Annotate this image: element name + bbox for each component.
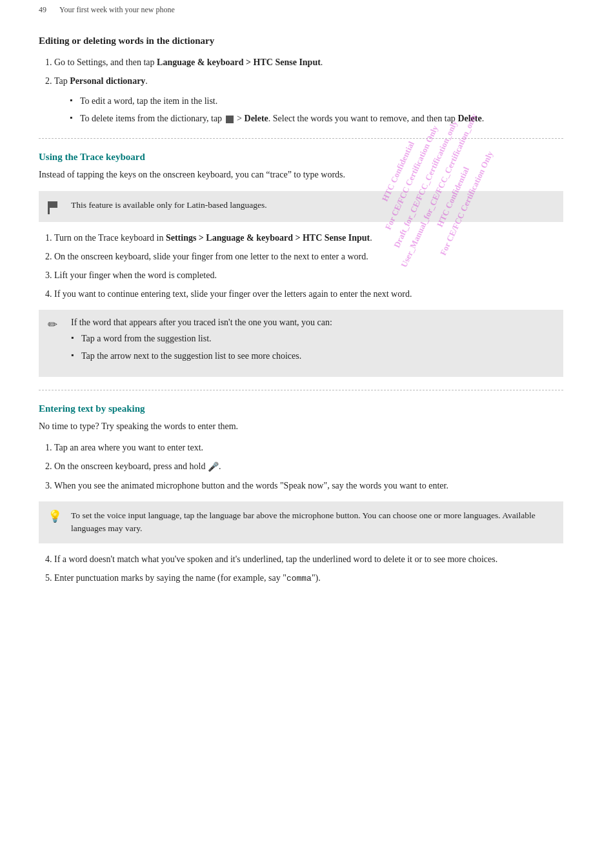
divider-2	[39, 390, 563, 390]
microphone-icon: 🎤	[208, 460, 219, 474]
comma-code: comma	[286, 574, 312, 583]
pencil-icon: ✏	[48, 318, 57, 332]
speaking-steps-continued: If a word doesn't match what you've spok…	[54, 552, 563, 585]
editing-step-1: Go to Settings, and then tap Language & …	[54, 56, 563, 69]
trace-step-1: Turn on the Trace keyboard in Settings >…	[54, 231, 563, 245]
editing-steps-list: Go to Settings, and then tap Language & …	[54, 56, 563, 88]
speaking-step-2: On the onscreen keyboard, press and hold…	[54, 459, 563, 474]
pencil-note-box: ✏ If the word that appears after you tra…	[39, 310, 563, 377]
speaking-intro: No time to type? Try speaking the words …	[39, 419, 563, 434]
header-title: Your first week with your new phone	[59, 5, 175, 15]
page-number: 49	[39, 5, 46, 15]
flag-icon	[48, 199, 61, 214]
divider-1	[39, 138, 563, 139]
trace-step-4: If you want to continue entering text, s…	[54, 287, 563, 301]
trace-step-2: On the onscreen keyboard, slide your fin…	[54, 250, 563, 263]
editing-bullets: To edit a word, tap the item in the list…	[70, 94, 563, 125]
editing-step-1-text: Go to Settings, and then tap Language & …	[54, 57, 323, 67]
lightbulb-icon: 💡	[48, 509, 62, 523]
flag-note-box: This feature is available only for Latin…	[39, 191, 563, 222]
flag-note-text: This feature is available only for Latin…	[71, 199, 267, 212]
speaking-step-3: When you see the animated microphone but…	[54, 479, 563, 492]
trace-heading: Using the Trace keyboard	[39, 152, 563, 163]
speaking-steps-list: Tap an area where you want to enter text…	[54, 441, 563, 492]
page-header: 49 Your first week with your new phone	[0, 0, 602, 20]
pencil-bullet-2: Tap the arrow next to the suggestion lis…	[71, 349, 553, 363]
trace-intro: Instead of tapping the keys on the onscr…	[39, 168, 563, 182]
speaking-step-4: If a word doesn't match what you've spok…	[54, 552, 563, 566]
flag-shape	[48, 201, 58, 214]
trace-steps-list: Turn on the Trace keyboard in Settings >…	[54, 231, 563, 301]
editing-step-1-bold: Language & keyboard > HTC Sense Input	[157, 57, 321, 67]
editing-step-2-bold: Personal dictionary	[70, 76, 145, 86]
menu-icon	[226, 116, 234, 123]
trace-step-1-bold: Settings > Language & keyboard > HTC Sen…	[166, 233, 370, 243]
lightbulb-note-text: To set the voice input language, tap the…	[71, 509, 553, 536]
delete-bold-2: Delete	[457, 114, 481, 123]
pencil-note-bullets: Tap a word from the suggestion list. Tap…	[71, 332, 553, 363]
editing-bullet-2: To delete items from the dictionary, tap…	[70, 112, 563, 125]
editing-heading: Editing or deleting words in the diction…	[39, 35, 563, 46]
speaking-heading: Entering text by speaking	[39, 403, 563, 414]
speaking-step-1: Tap an area where you want to enter text…	[54, 441, 563, 454]
editing-step-2: Tap Personal dictionary.	[54, 74, 563, 88]
pencil-note-intro: If the word that appears after you trace…	[71, 318, 553, 328]
editing-bullet-1: To edit a word, tap the item in the list…	[70, 94, 563, 108]
lightbulb-note-box: 💡 To set the voice input language, tap t…	[39, 501, 563, 543]
editing-step-2-text: Tap Personal dictionary.	[54, 76, 148, 86]
page-content: Editing or deleting words in the diction…	[0, 35, 602, 617]
pencil-bullet-1: Tap a word from the suggestion list.	[71, 332, 553, 345]
delete-bold-1: Delete	[245, 114, 268, 123]
speaking-step-5: Enter punctuation marks by saying the na…	[54, 571, 563, 585]
trace-step-3: Lift your finger when the word is comple…	[54, 268, 563, 282]
